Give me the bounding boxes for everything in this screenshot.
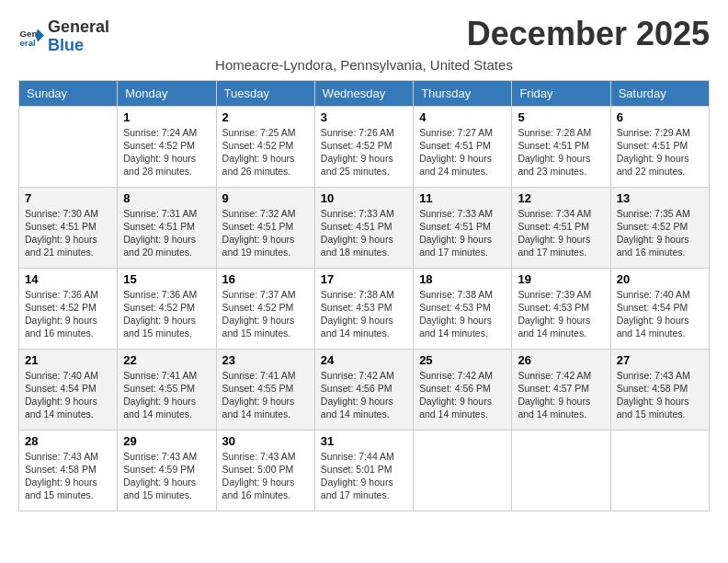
calendar-cell: 29Sunrise: 7:43 AMSunset: 4:59 PMDayligh… — [118, 430, 216, 511]
column-header-monday: Monday — [118, 80, 216, 106]
day-number: 3 — [321, 110, 407, 124]
column-header-wednesday: Wednesday — [314, 80, 413, 106]
day-number: 5 — [518, 110, 604, 124]
day-info: Sunrise: 7:36 AMSunset: 4:52 PMDaylight:… — [25, 288, 111, 340]
day-info: Sunrise: 7:37 AMSunset: 4:52 PMDaylight:… — [222, 288, 309, 340]
day-number: 17 — [321, 272, 407, 286]
day-number: 20 — [617, 272, 703, 286]
day-number: 10 — [321, 191, 407, 205]
day-number: 1 — [123, 110, 210, 124]
logo-icon: Gen eral — [18, 24, 44, 50]
calendar-cell: 14Sunrise: 7:36 AMSunset: 4:52 PMDayligh… — [19, 268, 118, 349]
day-number: 30 — [222, 434, 309, 448]
column-header-sunday: Sunday — [19, 80, 118, 106]
calendar-week-row: 21Sunrise: 7:40 AMSunset: 4:54 PMDayligh… — [19, 349, 710, 430]
day-info: Sunrise: 7:33 AMSunset: 4:51 PMDaylight:… — [419, 207, 506, 259]
calendar-week-row: 14Sunrise: 7:36 AMSunset: 4:52 PMDayligh… — [19, 268, 710, 349]
calendar-cell: 6Sunrise: 7:29 AMSunset: 4:51 PMDaylight… — [610, 106, 709, 187]
calendar-header-row: SundayMondayTuesdayWednesdayThursdayFrid… — [19, 80, 710, 106]
header: Gen eral General Blue December 2025 — [18, 15, 710, 55]
calendar-cell: 3Sunrise: 7:26 AMSunset: 4:52 PMDaylight… — [314, 106, 413, 187]
day-info: Sunrise: 7:38 AMSunset: 4:53 PMDaylight:… — [419, 288, 506, 340]
calendar-cell: 22Sunrise: 7:41 AMSunset: 4:55 PMDayligh… — [118, 349, 216, 430]
day-info: Sunrise: 7:27 AMSunset: 4:51 PMDaylight:… — [419, 126, 506, 178]
calendar-cell: 15Sunrise: 7:36 AMSunset: 4:52 PMDayligh… — [118, 268, 216, 349]
calendar-cell: 5Sunrise: 7:28 AMSunset: 4:51 PMDaylight… — [512, 106, 610, 187]
day-number: 31 — [321, 434, 407, 448]
day-info: Sunrise: 7:25 AMSunset: 4:52 PMDaylight:… — [222, 126, 309, 178]
calendar-cell — [610, 430, 709, 511]
calendar-cell: 18Sunrise: 7:38 AMSunset: 4:53 PMDayligh… — [414, 268, 512, 349]
calendar-cell: 1Sunrise: 7:24 AMSunset: 4:52 PMDaylight… — [118, 106, 216, 187]
day-info: Sunrise: 7:24 AMSunset: 4:52 PMDaylight:… — [123, 126, 210, 178]
calendar-table: SundayMondayTuesdayWednesdayThursdayFrid… — [18, 80, 710, 511]
day-number: 18 — [419, 272, 506, 286]
day-info: Sunrise: 7:43 AMSunset: 4:58 PMDaylight:… — [25, 450, 111, 502]
calendar-week-row: 1Sunrise: 7:24 AMSunset: 4:52 PMDaylight… — [19, 106, 710, 187]
calendar-cell: 30Sunrise: 7:43 AMSunset: 5:00 PMDayligh… — [216, 430, 314, 511]
day-number: 14 — [25, 272, 111, 286]
day-info: Sunrise: 7:42 AMSunset: 4:56 PMDaylight:… — [321, 369, 407, 421]
day-info: Sunrise: 7:31 AMSunset: 4:51 PMDaylight:… — [123, 207, 210, 259]
calendar-cell: 27Sunrise: 7:43 AMSunset: 4:58 PMDayligh… — [610, 349, 709, 430]
calendar-cell: 21Sunrise: 7:40 AMSunset: 4:54 PMDayligh… — [19, 349, 118, 430]
calendar-cell: 19Sunrise: 7:39 AMSunset: 4:53 PMDayligh… — [512, 268, 610, 349]
calendar-cell: 20Sunrise: 7:40 AMSunset: 4:54 PMDayligh… — [610, 268, 709, 349]
calendar-cell — [414, 430, 512, 511]
calendar-cell: 12Sunrise: 7:34 AMSunset: 4:51 PMDayligh… — [512, 187, 610, 268]
day-number: 25 — [419, 353, 506, 367]
calendar-week-row: 7Sunrise: 7:30 AMSunset: 4:51 PMDaylight… — [19, 187, 710, 268]
day-number: 13 — [617, 191, 703, 205]
day-info: Sunrise: 7:41 AMSunset: 4:55 PMDaylight:… — [123, 369, 210, 421]
column-header-friday: Friday — [512, 80, 610, 106]
day-info: Sunrise: 7:42 AMSunset: 4:56 PMDaylight:… — [419, 369, 506, 421]
day-number: 12 — [518, 191, 604, 205]
day-number: 26 — [518, 353, 604, 367]
day-info: Sunrise: 7:43 AMSunset: 5:00 PMDaylight:… — [222, 450, 309, 502]
column-header-saturday: Saturday — [610, 80, 709, 106]
day-number: 21 — [25, 353, 111, 367]
day-number: 15 — [123, 272, 210, 286]
calendar-cell: 7Sunrise: 7:30 AMSunset: 4:51 PMDaylight… — [19, 187, 118, 268]
day-info: Sunrise: 7:42 AMSunset: 4:57 PMDaylight:… — [518, 369, 604, 421]
day-info: Sunrise: 7:29 AMSunset: 4:51 PMDaylight:… — [617, 126, 703, 178]
column-header-thursday: Thursday — [414, 80, 512, 106]
day-info: Sunrise: 7:36 AMSunset: 4:52 PMDaylight:… — [123, 288, 210, 340]
day-number: 8 — [123, 191, 210, 205]
calendar-cell: 11Sunrise: 7:33 AMSunset: 4:51 PMDayligh… — [414, 187, 512, 268]
calendar-cell: 25Sunrise: 7:42 AMSunset: 4:56 PMDayligh… — [414, 349, 512, 430]
day-info: Sunrise: 7:26 AMSunset: 4:52 PMDaylight:… — [321, 126, 407, 178]
calendar-cell: 4Sunrise: 7:27 AMSunset: 4:51 PMDaylight… — [414, 106, 512, 187]
day-info: Sunrise: 7:33 AMSunset: 4:51 PMDaylight:… — [321, 207, 407, 259]
day-number: 4 — [419, 110, 506, 124]
calendar-cell: 8Sunrise: 7:31 AMSunset: 4:51 PMDaylight… — [118, 187, 216, 268]
day-number: 19 — [518, 272, 604, 286]
day-info: Sunrise: 7:40 AMSunset: 4:54 PMDaylight:… — [25, 369, 111, 421]
day-number: 27 — [617, 353, 703, 367]
day-info: Sunrise: 7:40 AMSunset: 4:54 PMDaylight:… — [617, 288, 703, 340]
svg-text:eral: eral — [19, 38, 36, 48]
day-info: Sunrise: 7:38 AMSunset: 4:53 PMDaylight:… — [321, 288, 407, 340]
day-number: 24 — [321, 353, 407, 367]
day-number: 7 — [25, 191, 111, 205]
location-subtitle: Homeacre-Lyndora, Pennsylvania, United S… — [18, 57, 710, 73]
day-number: 23 — [222, 353, 309, 367]
calendar-cell: 26Sunrise: 7:42 AMSunset: 4:57 PMDayligh… — [512, 349, 610, 430]
day-info: Sunrise: 7:34 AMSunset: 4:51 PMDaylight:… — [518, 207, 604, 259]
day-info: Sunrise: 7:39 AMSunset: 4:53 PMDaylight:… — [518, 288, 604, 340]
column-header-tuesday: Tuesday — [216, 80, 314, 106]
day-info: Sunrise: 7:41 AMSunset: 4:55 PMDaylight:… — [222, 369, 309, 421]
calendar-cell: 9Sunrise: 7:32 AMSunset: 4:51 PMDaylight… — [216, 187, 314, 268]
calendar-cell: 10Sunrise: 7:33 AMSunset: 4:51 PMDayligh… — [314, 187, 413, 268]
day-info: Sunrise: 7:30 AMSunset: 4:51 PMDaylight:… — [25, 207, 111, 259]
day-number: 29 — [123, 434, 210, 448]
logo-general-text: General — [48, 17, 109, 36]
logo-blue-text: Blue — [48, 36, 84, 54]
title-area: December 2025 — [467, 15, 710, 53]
day-number: 22 — [123, 353, 210, 367]
calendar-cell: 23Sunrise: 7:41 AMSunset: 4:55 PMDayligh… — [216, 349, 314, 430]
day-info: Sunrise: 7:44 AMSunset: 5:01 PMDaylight:… — [321, 450, 407, 502]
calendar-cell: 28Sunrise: 7:43 AMSunset: 4:58 PMDayligh… — [19, 430, 118, 511]
day-number: 28 — [25, 434, 111, 448]
calendar-cell: 13Sunrise: 7:35 AMSunset: 4:52 PMDayligh… — [610, 187, 709, 268]
